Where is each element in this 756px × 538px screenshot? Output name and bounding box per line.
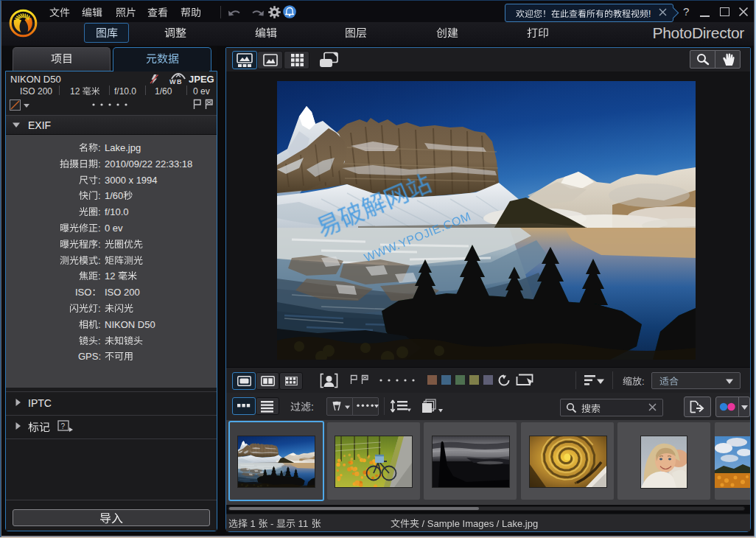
svg-text::: : [98, 142, 101, 153]
svg-text:/ Sample Images / Lake.jpg: / Sample Images / Lake.jpg [419, 518, 538, 529]
svg-text:12: 12 [105, 270, 118, 282]
svg-text:EXIF: EXIF [28, 119, 51, 131]
svg-text:GPS:: GPS: [78, 351, 101, 362]
svg-text:!: ! [648, 9, 651, 19]
svg-text:0 ev: 0 ev [105, 223, 123, 234]
svg-text:B: B [177, 78, 182, 85]
svg-text::: : [98, 175, 101, 186]
svg-text:?: ? [61, 422, 66, 430]
svg-text:JPEG: JPEG [189, 74, 214, 85]
svg-text::: : [98, 206, 101, 217]
svg-text:-: - [268, 518, 277, 529]
svg-text::: : [98, 190, 101, 201]
svg-text:?: ? [683, 5, 689, 18]
svg-text::: : [311, 401, 314, 413]
svg-text:f/10.0: f/10.0 [105, 206, 129, 217]
svg-text::: : [98, 319, 101, 330]
svg-text::: : [98, 270, 101, 282]
svg-text:12: 12 [70, 86, 83, 97]
svg-text:Lake.jpg: Lake.jpg [105, 142, 141, 153]
svg-text:1/60: 1/60 [105, 190, 123, 201]
svg-text:f/10.0: f/10.0 [114, 86, 136, 97]
svg-text:2010/09/22 22:33:18: 2010/09/22 22:33:18 [105, 158, 192, 170]
svg-text::: : [98, 158, 101, 170]
svg-text:ISO 200: ISO 200 [20, 86, 52, 97]
svg-text::: : [98, 335, 101, 346]
svg-text:W: W [169, 78, 176, 85]
svg-text:3000 x 1994: 3000 x 1994 [105, 175, 158, 186]
svg-text:IPTC: IPTC [28, 397, 52, 409]
svg-text::: : [98, 223, 101, 234]
svg-text:1/60: 1/60 [155, 86, 172, 97]
svg-text::: : [642, 376, 645, 387]
svg-text:ISO 200: ISO 200 [105, 287, 140, 298]
svg-text::: : [98, 255, 101, 266]
svg-text:NIKON D50: NIKON D50 [105, 319, 155, 330]
svg-text:PhotoDirector: PhotoDirector [653, 24, 745, 41]
svg-text:NIKON D50: NIKON D50 [10, 74, 61, 85]
svg-text::: : [98, 239, 101, 250]
svg-text:1: 1 [248, 518, 258, 529]
svg-text::: : [98, 303, 101, 314]
svg-text:11: 11 [295, 518, 311, 529]
svg-text:0 ev: 0 ev [193, 86, 210, 97]
svg-text:ISO: ISO [75, 287, 91, 298]
